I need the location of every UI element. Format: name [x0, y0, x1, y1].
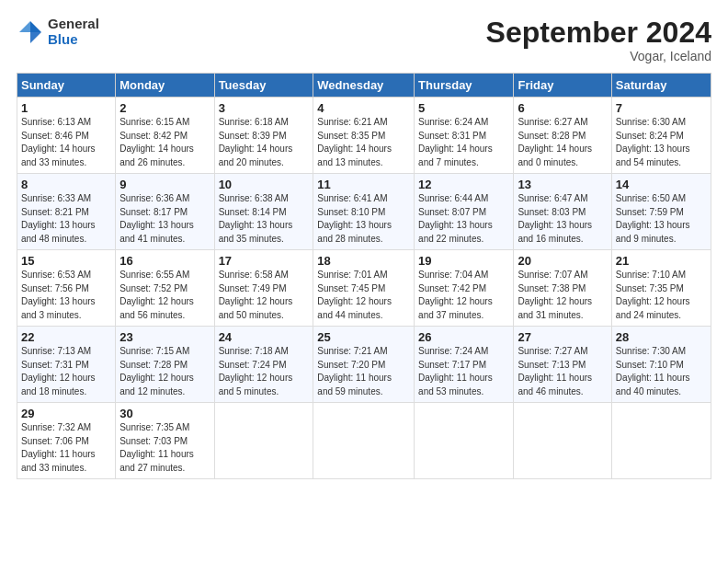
table-row — [514, 403, 611, 479]
day-details: Sunrise: 6:58 AM Sunset: 7:49 PM Dayligh… — [219, 269, 310, 322]
day-number: 6 — [518, 101, 607, 115]
calendar-week-row: 29Sunrise: 7:32 AM Sunset: 7:06 PM Dayli… — [17, 403, 711, 479]
day-details: Sunrise: 6:15 AM Sunset: 8:42 PM Dayligh… — [119, 116, 210, 169]
day-details: Sunrise: 7:24 AM Sunset: 7:17 PM Dayligh… — [418, 345, 509, 398]
calendar-week-row: 8Sunrise: 6:33 AM Sunset: 8:21 PM Daylig… — [17, 174, 711, 250]
table-row: 13Sunrise: 6:47 AM Sunset: 8:03 PM Dayli… — [514, 174, 611, 250]
table-row: 4Sunrise: 6:21 AM Sunset: 8:35 PM Daylig… — [313, 98, 415, 174]
calendar-week-row: 22Sunrise: 7:13 AM Sunset: 7:31 PM Dayli… — [17, 327, 711, 403]
header-sunday: Sunday — [17, 74, 116, 98]
table-row: 5Sunrise: 6:24 AM Sunset: 8:31 PM Daylig… — [415, 98, 514, 174]
logo-general-text: General — [48, 17, 99, 32]
title-block: September 2024 Vogar, Iceland — [486, 17, 711, 63]
header-monday: Monday — [116, 74, 214, 98]
table-row: 28Sunrise: 7:30 AM Sunset: 7:10 PM Dayli… — [611, 327, 711, 403]
header-thursday: Thursday — [415, 74, 514, 98]
day-number: 22 — [21, 330, 111, 344]
day-number: 11 — [317, 178, 410, 191]
logo-icon — [17, 18, 44, 46]
day-details: Sunrise: 6:44 AM Sunset: 8:07 PM Dayligh… — [418, 192, 509, 246]
day-details: Sunrise: 6:41 AM Sunset: 8:10 PM Dayligh… — [317, 192, 410, 246]
day-details: Sunrise: 7:13 AM Sunset: 7:31 PM Dayligh… — [21, 345, 111, 398]
month-title: September 2024 — [486, 17, 711, 49]
day-number: 18 — [317, 254, 410, 268]
day-details: Sunrise: 7:01 AM Sunset: 7:45 PM Dayligh… — [317, 269, 410, 322]
day-number: 17 — [219, 254, 310, 268]
calendar-week-row: 15Sunrise: 6:53 AM Sunset: 7:56 PM Dayli… — [17, 250, 711, 327]
day-details: Sunrise: 7:21 AM Sunset: 7:20 PM Dayligh… — [317, 345, 410, 398]
day-details: Sunrise: 7:10 AM Sunset: 7:35 PM Dayligh… — [616, 269, 707, 322]
day-details: Sunrise: 7:04 AM Sunset: 7:42 PM Dayligh… — [418, 269, 509, 322]
table-row: 17Sunrise: 6:58 AM Sunset: 7:49 PM Dayli… — [214, 250, 313, 327]
day-number: 3 — [219, 101, 310, 115]
logo-text: General Blue — [48, 17, 99, 47]
table-row: 12Sunrise: 6:44 AM Sunset: 8:07 PM Dayli… — [415, 174, 514, 250]
day-number: 14 — [616, 178, 707, 191]
day-number: 25 — [317, 330, 410, 344]
table-row: 1Sunrise: 6:13 AM Sunset: 8:46 PM Daylig… — [17, 98, 116, 174]
day-details: Sunrise: 7:18 AM Sunset: 7:24 PM Dayligh… — [219, 345, 310, 398]
table-row: 23Sunrise: 7:15 AM Sunset: 7:28 PM Dayli… — [116, 327, 214, 403]
calendar-header-row: Sunday Monday Tuesday Wednesday Thursday… — [17, 74, 711, 98]
table-row: 7Sunrise: 6:30 AM Sunset: 8:24 PM Daylig… — [611, 98, 711, 174]
table-row: 11Sunrise: 6:41 AM Sunset: 8:10 PM Dayli… — [313, 174, 415, 250]
page: General Blue September 2024 Vogar, Icela… — [0, 0, 728, 563]
day-details: Sunrise: 6:36 AM Sunset: 8:17 PM Dayligh… — [119, 192, 210, 246]
header-tuesday: Tuesday — [214, 74, 313, 98]
day-details: Sunrise: 6:33 AM Sunset: 8:21 PM Dayligh… — [21, 192, 111, 246]
header: General Blue September 2024 Vogar, Icela… — [17, 17, 711, 63]
day-number: 10 — [219, 178, 310, 191]
table-row: 24Sunrise: 7:18 AM Sunset: 7:24 PM Dayli… — [214, 327, 313, 403]
day-number: 26 — [418, 330, 509, 344]
table-row: 10Sunrise: 6:38 AM Sunset: 8:14 PM Dayli… — [214, 174, 313, 250]
table-row: 16Sunrise: 6:55 AM Sunset: 7:52 PM Dayli… — [116, 250, 214, 327]
day-details: Sunrise: 7:07 AM Sunset: 7:38 PM Dayligh… — [518, 269, 607, 322]
table-row: 30Sunrise: 7:35 AM Sunset: 7:03 PM Dayli… — [116, 403, 214, 479]
table-row: 15Sunrise: 6:53 AM Sunset: 7:56 PM Dayli… — [17, 250, 116, 327]
day-details: Sunrise: 6:53 AM Sunset: 7:56 PM Dayligh… — [21, 269, 111, 322]
day-number: 30 — [119, 407, 210, 420]
day-details: Sunrise: 7:35 AM Sunset: 7:03 PM Dayligh… — [119, 421, 210, 475]
day-details: Sunrise: 7:15 AM Sunset: 7:28 PM Dayligh… — [119, 345, 210, 398]
day-details: Sunrise: 6:13 AM Sunset: 8:46 PM Dayligh… — [21, 116, 111, 169]
day-number: 24 — [219, 330, 310, 344]
table-row: 2Sunrise: 6:15 AM Sunset: 8:42 PM Daylig… — [116, 98, 214, 174]
day-details: Sunrise: 6:21 AM Sunset: 8:35 PM Dayligh… — [317, 116, 410, 169]
day-number: 13 — [518, 178, 607, 191]
day-details: Sunrise: 6:18 AM Sunset: 8:39 PM Dayligh… — [219, 116, 310, 169]
day-number: 29 — [21, 407, 111, 420]
day-details: Sunrise: 6:50 AM Sunset: 7:59 PM Dayligh… — [616, 192, 707, 246]
table-row: 8Sunrise: 6:33 AM Sunset: 8:21 PM Daylig… — [17, 174, 116, 250]
day-number: 27 — [518, 330, 607, 344]
table-row: 9Sunrise: 6:36 AM Sunset: 8:17 PM Daylig… — [116, 174, 214, 250]
day-number: 4 — [317, 101, 410, 115]
day-details: Sunrise: 7:32 AM Sunset: 7:06 PM Dayligh… — [21, 421, 111, 475]
logo-blue-text: Blue — [48, 32, 99, 48]
day-number: 16 — [119, 254, 210, 268]
day-details: Sunrise: 7:27 AM Sunset: 7:13 PM Dayligh… — [518, 345, 607, 398]
svg-marker-1 — [19, 21, 30, 32]
table-row: 20Sunrise: 7:07 AM Sunset: 7:38 PM Dayli… — [514, 250, 611, 327]
header-friday: Friday — [514, 74, 611, 98]
table-row — [415, 403, 514, 479]
day-number: 5 — [418, 101, 509, 115]
day-details: Sunrise: 6:38 AM Sunset: 8:14 PM Dayligh… — [219, 192, 310, 246]
day-number: 15 — [21, 254, 111, 268]
table-row: 19Sunrise: 7:04 AM Sunset: 7:42 PM Dayli… — [415, 250, 514, 327]
table-row — [611, 403, 711, 479]
day-number: 12 — [418, 178, 509, 191]
logo: General Blue — [17, 17, 99, 47]
day-details: Sunrise: 6:30 AM Sunset: 8:24 PM Dayligh… — [616, 116, 707, 169]
table-row: 6Sunrise: 6:27 AM Sunset: 8:28 PM Daylig… — [514, 98, 611, 174]
day-number: 2 — [119, 101, 210, 115]
table-row: 22Sunrise: 7:13 AM Sunset: 7:31 PM Dayli… — [17, 327, 116, 403]
day-number: 28 — [616, 330, 707, 344]
day-details: Sunrise: 6:27 AM Sunset: 8:28 PM Dayligh… — [518, 116, 607, 169]
location: Vogar, Iceland — [486, 49, 711, 63]
table-row: 21Sunrise: 7:10 AM Sunset: 7:35 PM Dayli… — [611, 250, 711, 327]
day-number: 7 — [616, 101, 707, 115]
day-number: 19 — [418, 254, 509, 268]
day-details: Sunrise: 6:24 AM Sunset: 8:31 PM Dayligh… — [418, 116, 509, 169]
table-row: 14Sunrise: 6:50 AM Sunset: 7:59 PM Dayli… — [611, 174, 711, 250]
svg-marker-0 — [30, 21, 41, 32]
